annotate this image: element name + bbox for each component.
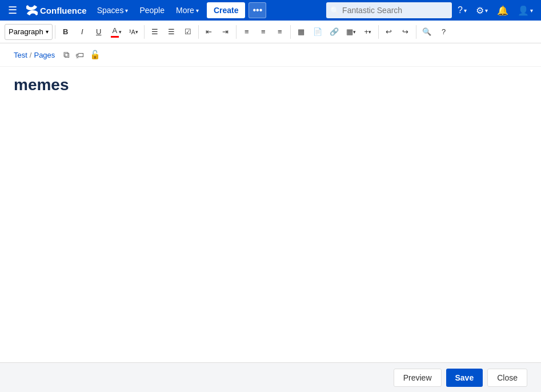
insert-more-button[interactable]: + ▾ [360, 24, 376, 40]
align-right-button[interactable]: ≡ [272, 24, 288, 40]
underline-icon: U [96, 27, 101, 36]
color-indicator [111, 36, 119, 38]
settings-nav-button[interactable]: ⚙ ▾ [472, 0, 491, 21]
history-group: ↩ ↪ [381, 24, 414, 40]
create-label: Create [214, 6, 239, 15]
spaces-chevron-icon: ▾ [125, 7, 128, 14]
bullet-list-icon: ☰ [151, 27, 158, 36]
help-nav-button[interactable]: ? ▾ [454, 0, 470, 21]
editor-content[interactable] [14, 103, 527, 332]
font-size-icon: ³A [129, 29, 135, 35]
people-label: People [139, 6, 165, 15]
divider-6 [378, 25, 379, 39]
divider-3 [198, 25, 199, 39]
bold-button[interactable]: B [58, 24, 74, 40]
help-question-icon: ? [442, 27, 446, 36]
notifications-button[interactable]: 🔔 [494, 0, 512, 21]
find-icon: 🔍 [422, 27, 431, 36]
logo-text: Confluence [40, 6, 87, 15]
help-circle-icon: ? [458, 5, 463, 15]
align-group: ≡ ≡ ≡ [239, 24, 288, 40]
numbered-list-button[interactable]: ☰ [163, 24, 179, 40]
find-button[interactable]: 🔍 [419, 24, 435, 40]
paragraph-style-select[interactable]: Paragraph ▾ [5, 24, 53, 40]
confluence-logo[interactable]: Confluence [23, 5, 90, 16]
italic-icon: I [81, 27, 83, 36]
preview-button[interactable]: Preview [394, 369, 442, 387]
lock-open-icon: 🔓 [90, 50, 101, 60]
breadcrumb-actions: ⧉ 🏷 🔓 [62, 48, 102, 62]
editor-area[interactable]: memes [0, 67, 541, 362]
divider-2 [144, 25, 145, 39]
editor-help-button[interactable]: ? [436, 24, 452, 40]
labels-button[interactable]: 🏷 [74, 49, 86, 62]
avatar-icon: 👤 [518, 5, 529, 16]
color-chevron-icon: ▾ [119, 29, 122, 35]
font-size-button[interactable]: ³A ▾ [126, 24, 142, 40]
insert-group: ▦ 📄 🔗 ▦ ▾ + ▾ [293, 24, 376, 40]
task-list-icon: ☑ [185, 27, 191, 36]
settings-gear-icon: ⚙ [476, 5, 484, 16]
breadcrumb-current-link[interactable]: Pages [34, 51, 55, 59]
page-layout-icon: ▦ [298, 27, 304, 36]
numbered-list-icon: ☰ [168, 27, 175, 36]
page-title[interactable]: memes [14, 76, 527, 94]
confluence-logo-icon [26, 5, 38, 16]
indent-group: ⇤ ⇥ [201, 24, 234, 40]
divider-4 [236, 25, 237, 39]
text-color-label: A [111, 26, 119, 38]
paragraph-style-label: Paragraph [9, 27, 43, 36]
outdent-button[interactable]: ⇤ [201, 24, 217, 40]
copy-link-button[interactable]: ⧉ [62, 48, 71, 62]
align-left-button[interactable]: ≡ [239, 24, 255, 40]
indent-icon: ⇥ [222, 27, 229, 36]
help-chevron-icon: ▾ [464, 7, 467, 14]
search-wrapper: 🔍 [326, 2, 452, 18]
breadcrumb-parent-link[interactable]: Test [14, 51, 27, 59]
more-nav-button[interactable]: More ▾ [171, 0, 203, 21]
create-button[interactable]: Create [207, 2, 246, 18]
spaces-nav-button[interactable]: Spaces ▾ [93, 0, 133, 21]
divider-5 [290, 25, 291, 39]
font-size-chevron-icon: ▾ [135, 29, 138, 35]
bell-icon: 🔔 [497, 5, 508, 16]
settings-chevron-icon: ▾ [485, 7, 488, 14]
outdent-icon: ⇤ [206, 27, 212, 36]
insert-files-button[interactable]: 📄 [310, 24, 326, 40]
save-button[interactable]: Save [446, 369, 483, 387]
task-list-button[interactable]: ☑ [180, 24, 196, 40]
link-icon: 🔗 [330, 27, 339, 36]
copy-link-icon: ⧉ [63, 50, 70, 60]
redo-button[interactable]: ↪ [398, 24, 414, 40]
undo-button[interactable]: ↩ [381, 24, 397, 40]
more-chevron-icon: ▾ [196, 7, 199, 14]
divider-7 [416, 25, 416, 39]
close-button[interactable]: Close [487, 369, 527, 387]
restrictions-button[interactable]: 🔓 [88, 48, 102, 62]
profile-chevron-icon: ▾ [530, 7, 533, 14]
label-tag-icon: 🏷 [75, 50, 84, 60]
divider-1 [55, 25, 55, 39]
text-color-button[interactable]: A ▾ [107, 24, 125, 40]
people-nav-button[interactable]: People [135, 0, 169, 21]
formatting-toolbar: Paragraph ▾ B I U A ▾ ³A ▾ ☰ ☰ [0, 21, 541, 43]
bullet-list-button[interactable]: ☰ [147, 24, 163, 40]
align-right-icon: ≡ [278, 27, 282, 36]
create-more-button[interactable]: ••• [249, 2, 266, 18]
hamburger-menu-button[interactable]: ☰ [5, 3, 21, 18]
profile-button[interactable]: 👤 ▾ [514, 0, 536, 21]
list-group: ☰ ☰ ☑ [147, 24, 196, 40]
insert-table-button[interactable]: ▦ ▾ [343, 24, 359, 40]
underline-button[interactable]: U [91, 24, 107, 40]
insert-files-icon: 📄 [313, 27, 322, 36]
paragraph-chevron-icon: ▾ [46, 29, 49, 35]
page-layout-button[interactable]: ▦ [293, 24, 309, 40]
insert-link-button[interactable]: 🔗 [326, 24, 342, 40]
italic-button[interactable]: I [74, 24, 90, 40]
text-format-group: B I U A ▾ ³A ▾ [58, 24, 142, 40]
redo-icon: ↪ [402, 27, 408, 36]
search-input[interactable] [326, 2, 452, 18]
indent-button[interactable]: ⇥ [218, 24, 234, 40]
undo-icon: ↩ [386, 27, 392, 36]
align-center-button[interactable]: ≡ [255, 24, 271, 40]
